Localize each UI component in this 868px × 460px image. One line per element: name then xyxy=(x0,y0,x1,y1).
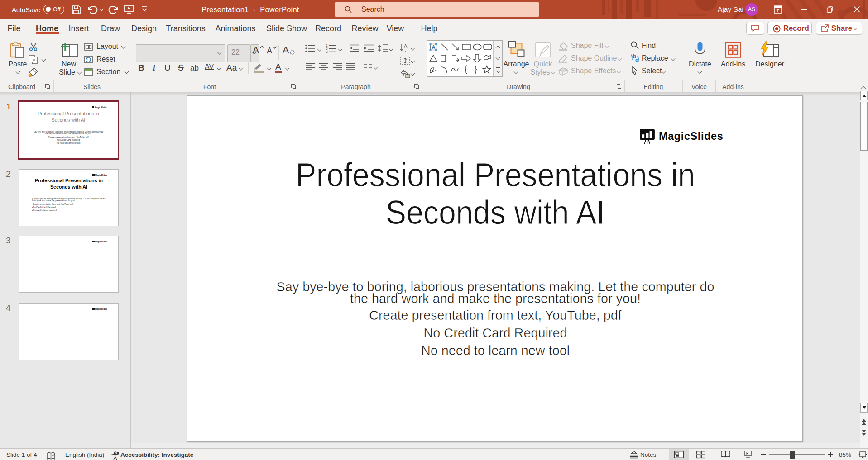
svg-text:A: A xyxy=(404,43,408,49)
svg-text:3: 3 xyxy=(326,50,328,53)
svg-text:A: A xyxy=(432,44,436,50)
svg-text:2: 2 xyxy=(326,47,328,50)
svg-text:1: 1 xyxy=(326,44,328,47)
